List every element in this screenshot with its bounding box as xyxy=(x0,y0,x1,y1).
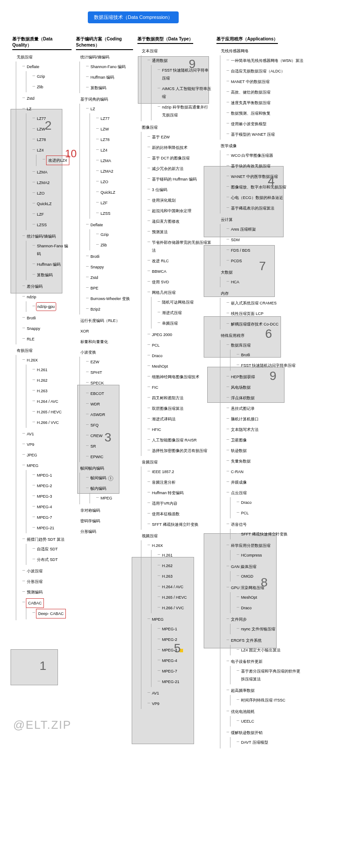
node: 优化电池能耗 xyxy=(230,707,256,716)
node: MeshOpt xyxy=(240,593,258,602)
node: 分形编码 xyxy=(79,527,97,536)
node: LZMA2 xyxy=(100,167,114,176)
node: Huffman 编码 xyxy=(36,260,61,269)
node: LZ78 xyxy=(100,135,111,144)
node: 特殊应用程序 xyxy=(220,331,245,340)
node: MPEG-1 xyxy=(36,471,53,480)
node: DAVT 压缩模型 xyxy=(240,738,269,747)
node: Burrows-Wheeler 变换 xyxy=(90,294,131,303)
node: MPEG xyxy=(151,615,165,624)
node: 差分编码 xyxy=(26,282,43,291)
columns-container: 基于数据质量（Data Quality） 无损压缩 Deflate Gzip Z… xyxy=(4,35,360,749)
node: 语音信号 xyxy=(230,520,248,529)
node: 浮点体积数据 xyxy=(230,394,256,402)
box-number-6: 6 xyxy=(265,327,272,341)
node: Draco xyxy=(151,351,163,360)
node: LZMA xyxy=(36,168,48,177)
node: MPEG-1 xyxy=(161,625,178,633)
node: MANET 中的数据压缩 xyxy=(230,77,270,86)
node: FSST 快速随机访问字符串压缩 xyxy=(240,361,296,370)
node: Snappy xyxy=(26,324,41,333)
node: CREW xyxy=(90,431,104,440)
node: XOR xyxy=(79,327,90,336)
node: 电子设备软件更新 xyxy=(230,657,263,666)
node: 帧间编码 xyxy=(90,474,107,482)
node: VP9 xyxy=(151,699,160,708)
node: AV1 xyxy=(151,689,160,698)
node: H.266 / VVC xyxy=(161,604,185,612)
node: LZ4 xyxy=(100,146,108,155)
node: ndzip 科学数据高通量并行无损压缩 xyxy=(161,103,212,119)
node: FDS / BDS xyxy=(230,246,251,255)
node: LZ4 xyxy=(36,146,45,155)
node: 大数据 xyxy=(220,268,234,277)
col-data-quality: 基于数据质量（Data Quality） 无损压缩 Deflate Gzip Z… xyxy=(12,35,72,749)
node: Gzip xyxy=(100,230,110,239)
node: 高效、健壮的数据压缩 xyxy=(230,88,271,97)
node: SR xyxy=(90,442,97,451)
node-lz: LZ xyxy=(26,105,32,113)
node: SDM xyxy=(230,235,241,244)
node: 新的比特率降低技术 xyxy=(151,143,188,152)
node: 医学成像 xyxy=(220,141,238,150)
node: H.26X xyxy=(151,541,164,550)
header-apps: 基于应用程序（Applications） xyxy=(216,35,278,44)
node: 基于链码的 Huffman 编码 xyxy=(151,175,198,184)
box-number-1: 1 xyxy=(40,659,47,673)
node: Draco xyxy=(240,498,252,507)
node: 算数编码 xyxy=(36,271,54,279)
node: 单频压缩 xyxy=(161,319,179,328)
node: SFQ xyxy=(90,421,100,430)
node: 摇摆门趋势 SDT 算法 xyxy=(26,535,65,544)
node: MPEG-3 xyxy=(36,492,53,501)
node: rsync 文件传输压缩 xyxy=(240,625,276,633)
node-lossy: 有损压缩 xyxy=(16,346,33,355)
node: H.265 / HEVC xyxy=(161,593,188,602)
node: AIMCS 人工智能短字符串压缩 xyxy=(161,84,212,101)
node: SPHIT xyxy=(90,368,103,377)
node: 适用于VR内容 xyxy=(151,499,178,508)
node: 嵌入式系统压缩 CRAMES xyxy=(230,299,277,307)
node: 卫星图像 xyxy=(230,436,248,445)
node: 悬挂式图记录 xyxy=(230,404,256,413)
node: 网格几何压缩 xyxy=(151,288,176,297)
node: H.261 xyxy=(161,551,173,560)
node: GAN 媒体压缩 xyxy=(230,562,257,571)
node: Huffman 编码 xyxy=(90,73,115,82)
node: 脑机计算机接口 xyxy=(230,415,259,423)
node: 标量和向量量化 xyxy=(79,337,109,346)
node: 风电场数据 xyxy=(230,383,252,392)
node: EPWIC xyxy=(90,452,104,461)
node: 双层图像压缩算法 xyxy=(151,404,184,413)
node: 文本压缩 xyxy=(141,47,158,55)
node: 分形压缩 xyxy=(26,577,43,586)
node: 渐进式压缩 xyxy=(161,308,183,317)
node: EZW xyxy=(90,358,100,366)
badge-icon: 1 xyxy=(108,476,113,481)
node-ndzip: ndzip xyxy=(26,293,37,301)
node: 解耦压缩缓存技术 Co-DCC xyxy=(230,320,280,329)
node: 密码学编码 xyxy=(79,517,101,525)
node: LZSS xyxy=(100,209,112,218)
node: LZO xyxy=(100,177,109,186)
node: 点云压缩 xyxy=(230,488,248,497)
node: Brotli xyxy=(26,314,37,322)
node: Brotli xyxy=(90,252,101,261)
node: 失量角数据 xyxy=(230,457,252,466)
node: JPEG 2000 xyxy=(151,330,173,339)
node: 人工智能图像压缩 RAISR xyxy=(151,436,198,445)
node: Shannon-Fano 编码 xyxy=(36,242,72,258)
node: MeshOpt xyxy=(151,362,169,371)
node: H.26X xyxy=(26,356,39,365)
node: 随机可达网格压缩 xyxy=(161,298,194,307)
node: 小波压缩 xyxy=(26,567,43,575)
node: 科学应用分层数据压缩 xyxy=(230,541,271,550)
node: HEP数据获得 xyxy=(230,373,256,381)
node: 帧间帧内编码 xyxy=(79,464,105,473)
box-number-5: 5 xyxy=(174,641,181,655)
node: LZMA2 xyxy=(36,178,50,187)
node: MPEG xyxy=(26,461,40,470)
node: 数据预测、压缩和恢复 xyxy=(230,109,271,118)
node: BPE xyxy=(90,284,99,293)
node: 预测算法 xyxy=(151,228,169,236)
